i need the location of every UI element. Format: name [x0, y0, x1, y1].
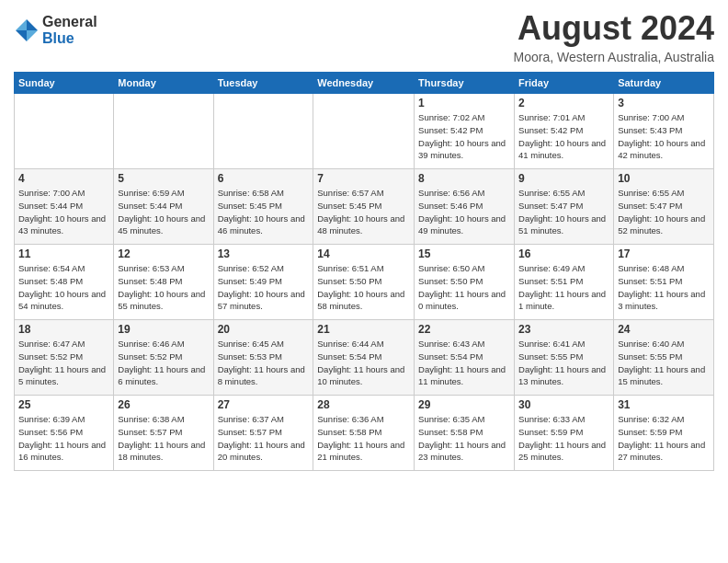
calendar-week-row: 18Sunrise: 6:47 AM Sunset: 5:52 PM Dayli… — [15, 320, 714, 396]
day-info: Sunrise: 6:51 AM Sunset: 5:50 PM Dayligh… — [317, 262, 410, 313]
day-header-tuesday: Tuesday — [213, 73, 313, 94]
day-info: Sunrise: 6:52 AM Sunset: 5:49 PM Dayligh… — [218, 262, 310, 313]
day-info: Sunrise: 6:59 AM Sunset: 5:44 PM Dayligh… — [118, 187, 209, 237]
day-info: Sunrise: 6:55 AM Sunset: 5:47 PM Dayligh… — [518, 187, 609, 237]
svg-marker-3 — [16, 19, 27, 30]
day-info: Sunrise: 7:00 AM Sunset: 5:43 PM Dayligh… — [618, 111, 710, 162]
day-info: Sunrise: 6:58 AM Sunset: 5:45 PM Dayligh… — [218, 187, 310, 237]
day-info: Sunrise: 6:40 AM Sunset: 5:55 PM Dayligh… — [618, 338, 710, 388]
calendar-cell: 26Sunrise: 6:38 AM Sunset: 5:57 PM Dayli… — [114, 396, 213, 471]
day-number: 13 — [218, 247, 310, 260]
day-number: 23 — [518, 323, 609, 336]
day-info: Sunrise: 6:33 AM Sunset: 5:59 PM Dayligh… — [518, 413, 609, 464]
calendar-cell: 12Sunrise: 6:53 AM Sunset: 5:48 PM Dayli… — [114, 245, 213, 320]
day-number: 4 — [18, 172, 109, 185]
calendar-week-row: 1Sunrise: 7:02 AM Sunset: 5:42 PM Daylig… — [15, 94, 714, 169]
calendar-cell: 31Sunrise: 6:32 AM Sunset: 5:59 PM Dayli… — [614, 396, 714, 471]
day-number: 29 — [418, 398, 510, 411]
calendar-cell: 5Sunrise: 6:59 AM Sunset: 5:44 PM Daylig… — [114, 169, 213, 245]
day-header-saturday: Saturday — [614, 73, 714, 94]
month-title: August 2024 — [514, 9, 714, 48]
logo-icon — [14, 17, 40, 43]
day-number: 20 — [218, 323, 310, 336]
calendar-week-row: 25Sunrise: 6:39 AM Sunset: 5:56 PM Dayli… — [15, 396, 714, 471]
svg-marker-1 — [27, 30, 38, 41]
day-info: Sunrise: 6:38 AM Sunset: 5:57 PM Dayligh… — [118, 413, 209, 464]
day-number: 15 — [418, 247, 510, 260]
day-number: 9 — [518, 172, 609, 185]
logo: General Blue — [14, 14, 97, 46]
calendar-cell: 29Sunrise: 6:35 AM Sunset: 5:58 PM Dayli… — [415, 396, 515, 471]
day-info: Sunrise: 6:46 AM Sunset: 5:52 PM Dayligh… — [118, 338, 209, 388]
calendar-cell: 9Sunrise: 6:55 AM Sunset: 5:47 PM Daylig… — [515, 169, 614, 245]
calendar-cell: 22Sunrise: 6:43 AM Sunset: 5:54 PM Dayli… — [415, 320, 515, 396]
day-number: 14 — [317, 247, 410, 260]
calendar-cell: 10Sunrise: 6:55 AM Sunset: 5:47 PM Dayli… — [614, 169, 714, 245]
calendar-cell: 19Sunrise: 6:46 AM Sunset: 5:52 PM Dayli… — [114, 320, 213, 396]
calendar-cell: 3Sunrise: 7:00 AM Sunset: 5:43 PM Daylig… — [614, 94, 714, 169]
logo-blue: Blue — [42, 30, 97, 47]
day-info: Sunrise: 6:47 AM Sunset: 5:52 PM Dayligh… — [18, 338, 109, 388]
day-header-friday: Friday — [515, 73, 614, 94]
day-header-wednesday: Wednesday — [313, 73, 415, 94]
calendar-week-row: 4Sunrise: 7:00 AM Sunset: 5:44 PM Daylig… — [15, 169, 714, 245]
day-number: 1 — [418, 97, 510, 109]
day-header-monday: Monday — [114, 73, 213, 94]
day-info: Sunrise: 6:41 AM Sunset: 5:55 PM Dayligh… — [518, 338, 609, 388]
day-number: 21 — [317, 323, 410, 336]
day-number: 12 — [118, 247, 209, 260]
calendar-cell: 16Sunrise: 6:49 AM Sunset: 5:51 PM Dayli… — [515, 245, 614, 320]
day-number: 26 — [118, 398, 209, 411]
day-header-thursday: Thursday — [415, 73, 515, 94]
day-info: Sunrise: 6:57 AM Sunset: 5:45 PM Dayligh… — [317, 187, 410, 237]
calendar-cell: 25Sunrise: 6:39 AM Sunset: 5:56 PM Dayli… — [15, 396, 114, 471]
calendar-cell: 11Sunrise: 6:54 AM Sunset: 5:48 PM Dayli… — [15, 245, 114, 320]
day-number: 16 — [518, 247, 609, 260]
day-info: Sunrise: 6:36 AM Sunset: 5:58 PM Dayligh… — [317, 413, 410, 464]
location-title: Moora, Western Australia, Australia — [514, 50, 714, 64]
day-info: Sunrise: 6:49 AM Sunset: 5:51 PM Dayligh… — [518, 262, 609, 313]
day-number: 18 — [18, 323, 109, 336]
day-number: 24 — [618, 323, 710, 336]
day-info: Sunrise: 6:54 AM Sunset: 5:48 PM Dayligh… — [18, 262, 109, 313]
calendar-cell: 15Sunrise: 6:50 AM Sunset: 5:50 PM Dayli… — [415, 245, 515, 320]
day-number: 30 — [518, 398, 609, 411]
calendar-cell: 17Sunrise: 6:48 AM Sunset: 5:51 PM Dayli… — [614, 245, 714, 320]
logo-general: General — [42, 14, 97, 30]
day-info: Sunrise: 6:50 AM Sunset: 5:50 PM Dayligh… — [418, 262, 510, 313]
day-info: Sunrise: 6:35 AM Sunset: 5:58 PM Dayligh… — [418, 413, 510, 464]
day-number: 8 — [418, 172, 510, 185]
day-info: Sunrise: 6:43 AM Sunset: 5:54 PM Dayligh… — [418, 338, 510, 388]
calendar-cell: 14Sunrise: 6:51 AM Sunset: 5:50 PM Dayli… — [313, 245, 415, 320]
day-header-sunday: Sunday — [15, 73, 114, 94]
day-number: 11 — [18, 247, 109, 260]
day-number: 31 — [618, 398, 710, 411]
calendar-cell: 24Sunrise: 6:40 AM Sunset: 5:55 PM Dayli… — [614, 320, 714, 396]
day-number: 19 — [118, 323, 209, 336]
day-number: 22 — [418, 323, 510, 336]
day-number: 6 — [218, 172, 310, 185]
calendar: SundayMondayTuesdayWednesdayThursdayFrid… — [14, 72, 714, 471]
day-info: Sunrise: 7:00 AM Sunset: 5:44 PM Dayligh… — [18, 187, 109, 237]
day-info: Sunrise: 6:44 AM Sunset: 5:54 PM Dayligh… — [317, 338, 410, 388]
calendar-cell: 7Sunrise: 6:57 AM Sunset: 5:45 PM Daylig… — [313, 169, 415, 245]
calendar-cell: 30Sunrise: 6:33 AM Sunset: 5:59 PM Dayli… — [515, 396, 614, 471]
logo-text: General Blue — [42, 14, 97, 46]
day-number: 7 — [317, 172, 410, 185]
calendar-cell: 4Sunrise: 7:00 AM Sunset: 5:44 PM Daylig… — [15, 169, 114, 245]
calendar-header-row: SundayMondayTuesdayWednesdayThursdayFrid… — [15, 73, 714, 94]
calendar-cell: 6Sunrise: 6:58 AM Sunset: 5:45 PM Daylig… — [213, 169, 313, 245]
page-header: General Blue August 2024 Moora, Western … — [14, 9, 714, 64]
day-info: Sunrise: 6:56 AM Sunset: 5:46 PM Dayligh… — [418, 187, 510, 237]
day-number: 25 — [18, 398, 109, 411]
day-number: 3 — [618, 97, 710, 109]
day-number: 27 — [218, 398, 310, 411]
title-section: August 2024 Moora, Western Australia, Au… — [514, 9, 714, 64]
calendar-cell: 1Sunrise: 7:02 AM Sunset: 5:42 PM Daylig… — [415, 94, 515, 169]
calendar-cell: 20Sunrise: 6:45 AM Sunset: 5:53 PM Dayli… — [213, 320, 313, 396]
calendar-cell: 27Sunrise: 6:37 AM Sunset: 5:57 PM Dayli… — [213, 396, 313, 471]
svg-marker-0 — [27, 19, 38, 30]
calendar-cell — [15, 94, 114, 169]
calendar-cell: 18Sunrise: 6:47 AM Sunset: 5:52 PM Dayli… — [15, 320, 114, 396]
calendar-cell: 13Sunrise: 6:52 AM Sunset: 5:49 PM Dayli… — [213, 245, 313, 320]
